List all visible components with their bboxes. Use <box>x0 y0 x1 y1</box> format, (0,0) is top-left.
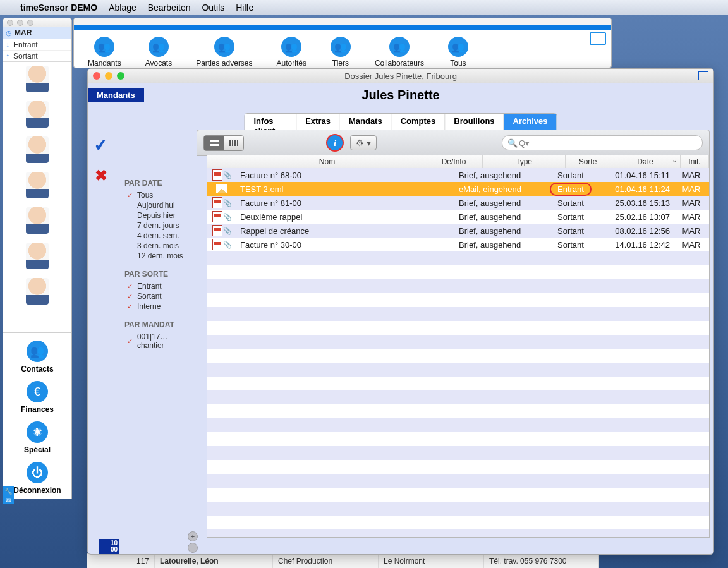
filter-row[interactable]: ✓Entrant <box>124 281 194 291</box>
app-name[interactable]: timeSensor DEMO <box>20 3 97 13</box>
col-date[interactable]: Date <box>610 155 681 168</box>
coins-icon: € <box>27 381 48 402</box>
nav-label: Finances <box>21 405 54 414</box>
sidebar-item-entrant[interactable]: ↓ Entrant <box>3 39 71 51</box>
list-view-icon[interactable] <box>204 136 224 150</box>
table-row <box>207 377 709 390</box>
col-type[interactable]: Type <box>483 155 566 168</box>
table-row <box>207 307 709 321</box>
grid-view-icon[interactable] <box>224 136 243 150</box>
toolbar-tiers[interactable]: 👥Tiers <box>331 37 351 68</box>
avatar[interactable] <box>26 101 49 128</box>
wrench-icon[interactable]: 🔧 <box>3 486 14 495</box>
record-counter: 10 00 <box>99 539 119 554</box>
sidebar-item-sortant[interactable]: ↑ Sortant <box>3 51 71 61</box>
toolbar-autorites[interactable]: 👥Autorités <box>277 37 306 68</box>
col-sorte[interactable]: Sorte <box>566 155 610 168</box>
gear-dropdown[interactable]: ⚙▾ <box>350 135 377 150</box>
add-button[interactable]: + <box>188 531 198 541</box>
paperclip-icon: 📎 <box>223 171 232 179</box>
toolbar-collaborateurs[interactable]: 👥Collaborateurs <box>375 37 424 68</box>
row-nom: Deuxième rappel <box>236 212 391 222</box>
filter-label: 7 dern. jours <box>137 221 179 230</box>
bg-row-name: Latourelle, Léon <box>155 554 273 568</box>
info-icon[interactable]: i <box>327 135 343 150</box>
toolbar-mandants[interactable]: 👥Mandants <box>88 37 121 68</box>
table-row[interactable]: 📎Deuxième rappelBrief, ausgehendSortant2… <box>207 210 709 224</box>
pdf-icon <box>212 239 222 250</box>
menu-bearbeiten[interactable]: Bearbeiten <box>148 3 191 13</box>
avatar[interactable] <box>26 136 49 163</box>
nav-special[interactable]: ✺ Spécial <box>24 421 51 454</box>
nav-label: Contacts <box>21 365 53 373</box>
people-icon: 👥 <box>149 37 169 57</box>
avatar[interactable] <box>26 207 49 234</box>
table-row[interactable]: 📎Rappel de créanceBrief, ausgehendSortan… <box>207 224 709 238</box>
avatar[interactable] <box>26 278 49 305</box>
archives-table: Nom De/Info Type Sorte Date Init. 📎Factu… <box>207 155 710 538</box>
table-row[interactable]: 📎Facture n° 30-00Brief, ausgehendSortant… <box>207 238 709 251</box>
filter-row[interactable]: 12 dern. mois <box>124 251 194 261</box>
row-nom: Facture n° 30-00 <box>236 240 391 250</box>
menu-outils[interactable]: Outils <box>202 3 224 13</box>
avatar[interactable] <box>26 66 49 92</box>
filter-label: 3 dern. mois <box>137 241 179 250</box>
remove-button[interactable]: − <box>188 543 198 553</box>
toolbar-parties-adverses[interactable]: 👥Parties adverses <box>196 37 252 68</box>
nav-label: Spécial <box>24 445 51 454</box>
bg-row-city: Le Noirmont <box>379 554 484 568</box>
row-date: 25.03.16 15:13 <box>597 198 674 208</box>
footer-area: 10 00 + − <box>88 538 207 554</box>
avatar[interactable] <box>26 172 49 198</box>
filter-row[interactable]: Aujourd'hui <box>124 200 194 210</box>
table-row[interactable]: 📎Facture n° 81-00Brief, ausgehendSortant… <box>207 196 709 210</box>
filter-row[interactable]: Depuis hier <box>124 210 194 221</box>
paperclip-icon: 📎 <box>223 227 232 235</box>
filter-row[interactable]: ✓Sortant <box>124 291 194 301</box>
view-toggle[interactable] <box>203 135 244 151</box>
col-init[interactable]: Init. <box>681 155 709 168</box>
expand-icon[interactable] <box>590 32 606 45</box>
search-placeholder: Q▾ <box>519 138 530 148</box>
filter-row[interactable]: 3 dern. mois <box>124 241 194 251</box>
filter-row[interactable]: 7 dern. jours <box>124 221 194 231</box>
mail-icon[interactable]: ✉ <box>3 495 14 504</box>
toolbar-tous[interactable]: 👥Tous <box>448 37 468 68</box>
window-title: Dossier Jules Pinette, Fribourg <box>88 71 713 81</box>
filter-row[interactable]: 4 dern. sem. <box>124 231 194 241</box>
checkmark-icon[interactable]: ✔ <box>93 135 109 157</box>
dossier-window: Dossier Jules Pinette, Fribourg Mandants… <box>87 68 714 555</box>
avatar[interactable] <box>26 243 49 269</box>
toolbar-avocats[interactable]: 👥Avocats <box>145 37 172 68</box>
menu-hilfe[interactable]: Hilfe <box>236 3 253 13</box>
traffic-dot[interactable] <box>27 20 33 26</box>
sidebar-search-row[interactable]: ◷ MAR <box>3 27 71 39</box>
traffic-dot[interactable] <box>17 20 23 26</box>
nav-deconnexion[interactable]: ⏻ Déconnexion <box>13 462 61 495</box>
toolbar-label: Collaborateurs <box>375 59 424 68</box>
table-row[interactable]: 📎Facture n° 68-00Brief, ausgehendSortant… <box>207 168 709 182</box>
check-icon: ✓ <box>127 282 133 291</box>
delete-icon[interactable]: ✖ <box>95 167 107 184</box>
nav-contacts[interactable]: 👥 Contacts <box>21 341 53 373</box>
traffic-dot[interactable] <box>7 20 13 26</box>
nav-finances[interactable]: € Finances <box>21 381 54 414</box>
window-titlebar[interactable]: Dossier Jules Pinette, Fribourg <box>88 69 713 83</box>
row-date: 01.04.16 15:11 <box>597 171 674 180</box>
maximize-icon[interactable] <box>698 71 708 80</box>
filter-row[interactable]: ✓Interne <box>124 301 194 311</box>
col-de[interactable]: De/Info <box>425 155 483 168</box>
row-type: Brief, ausgehend <box>455 198 545 208</box>
toolbar-label: Tous <box>450 59 466 68</box>
filter-panel: PAR DATE ✓TousAujourd'huiDepuis hier7 de… <box>124 170 194 351</box>
table-row <box>207 251 709 265</box>
menu-ablage[interactable]: Ablage <box>109 3 136 13</box>
table-row <box>207 279 709 293</box>
filter-row[interactable]: ✓Tous <box>124 190 194 200</box>
col-icon[interactable] <box>207 155 229 168</box>
filter-row[interactable]: ✓001|17…chantier <box>124 332 194 351</box>
search-input[interactable]: 🔍 Q▾ <box>502 135 703 150</box>
table-row[interactable]: TEST 2.emleMail, eingehendEntrant01.04.1… <box>207 182 709 196</box>
col-nom[interactable]: Nom <box>229 155 425 168</box>
row-icon-cell: 📎 <box>207 197 236 208</box>
